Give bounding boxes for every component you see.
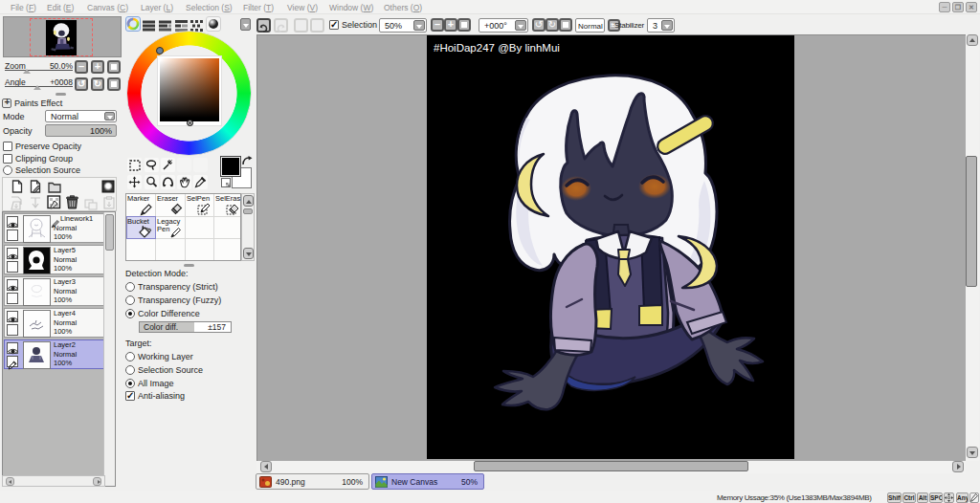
- svg-text:#HoiDap247 @By linhMui: #HoiDap247 @By linhMui: [434, 42, 560, 54]
